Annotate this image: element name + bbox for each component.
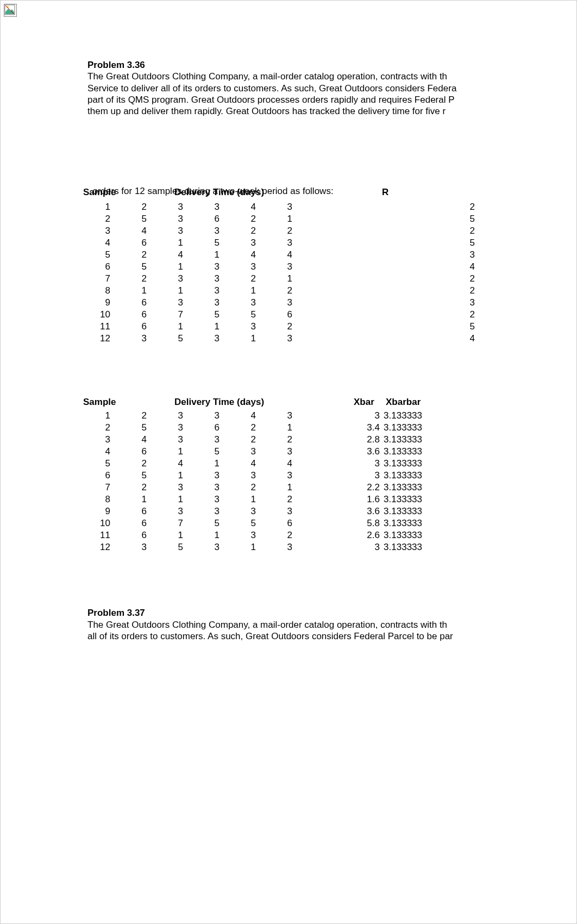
table-cell: 3.133333: [380, 433, 422, 445]
table-cell: 3: [183, 481, 219, 493]
table-cell: 3: [256, 469, 292, 481]
table-cell: [292, 296, 350, 308]
table-cell: 12: [83, 332, 110, 344]
table-cell: 3: [256, 445, 292, 457]
table-cell: [292, 260, 350, 272]
table-cell: [292, 308, 350, 320]
table-cell: 5.8: [350, 517, 380, 529]
table-cell: 6: [83, 469, 110, 481]
table-cell: 3.133333: [380, 505, 422, 517]
table-cell: [350, 296, 361, 308]
table-cell: 3: [256, 332, 292, 344]
table-cell: 3: [219, 260, 256, 272]
table-cell: 3.6: [350, 445, 380, 457]
table-row: 9633333: [83, 296, 475, 308]
table-cell: 6: [110, 236, 147, 248]
table-cell: 3: [256, 505, 292, 517]
table-cell: [292, 433, 350, 445]
table-cell: 1: [147, 284, 183, 296]
table2-header: Sample Delivery Time (days) Xbar Xbarbar: [87, 396, 533, 408]
table-cell: 3.133333: [380, 541, 422, 553]
problem-336-title: Problem 3.36: [87, 59, 533, 71]
table-cell: 3: [110, 332, 147, 344]
table-cell: 8: [83, 284, 110, 296]
table-cell: 2: [219, 421, 256, 433]
table-cell: 3: [183, 541, 219, 553]
table-row: 12334333.133333: [83, 409, 422, 421]
table-cell: 5: [183, 445, 219, 457]
table-cell: 3: [350, 469, 380, 481]
table-cell: [292, 320, 350, 332]
table-cell: 7: [83, 272, 110, 284]
table-cell: 4: [110, 224, 147, 236]
problem-337-block: Problem 3.37 The Great Outdoors Clothing…: [87, 607, 533, 642]
problem-336-line: The Great Outdoors Clothing Company, a m…: [87, 71, 533, 82]
table-row: 6513334: [83, 260, 475, 272]
table-cell: [292, 445, 350, 457]
table-cell: 2: [110, 201, 147, 213]
table-cell: 3: [219, 236, 256, 248]
table-cell: 3: [256, 296, 292, 308]
table-cell: 2: [110, 272, 147, 284]
table-cell: 3: [256, 260, 292, 272]
table-row: 8113122: [83, 284, 475, 296]
table-cell: 2: [219, 213, 256, 224]
table-cell: 1: [83, 409, 110, 421]
table-cell: 5: [83, 457, 110, 469]
table-cell: 6: [110, 529, 147, 541]
table-cell: 8: [83, 493, 110, 505]
table-cell: 1: [183, 457, 219, 469]
table-cell: 3: [183, 332, 219, 344]
table1: 1233432253621534332224615335524144365133…: [83, 201, 533, 344]
table-cell: [350, 320, 361, 332]
table-cell: 1: [183, 248, 219, 260]
table-cell: 2: [110, 457, 147, 469]
table-cell: 2.8: [350, 433, 380, 445]
table-row: 7233212: [83, 272, 475, 284]
table-cell: 4: [83, 236, 110, 248]
table-cell: [350, 201, 361, 213]
table-cell: 1: [147, 469, 183, 481]
table-cell: 3: [183, 409, 219, 421]
table-cell: 1: [256, 272, 292, 284]
table-cell: 2: [110, 248, 147, 260]
table-cell: 3.133333: [380, 493, 422, 505]
table2-header-sample: Sample: [83, 396, 116, 408]
table-cell: 1: [83, 201, 110, 213]
table-cell: 3.6: [350, 505, 380, 517]
table-cell: 3: [219, 296, 256, 308]
table-row: 10675562: [83, 308, 475, 320]
table1-header-sample: Sample: [83, 186, 116, 198]
table-cell: 3: [361, 248, 475, 260]
table-cell: 4: [219, 201, 256, 213]
table-cell: 4: [361, 332, 475, 344]
table-cell: [292, 213, 350, 224]
table-cell: 7: [147, 308, 183, 320]
table-cell: 4: [219, 409, 256, 421]
table-cell: 2: [256, 320, 292, 332]
table-cell: 5: [183, 236, 219, 248]
table-cell: 5: [110, 260, 147, 272]
table-cell: 1: [256, 213, 292, 224]
table-cell: 3.133333: [380, 457, 422, 469]
table-cell: [292, 529, 350, 541]
table-cell: 3: [147, 505, 183, 517]
table-cell: 3: [147, 481, 183, 493]
table-cell: 6: [110, 320, 147, 332]
table-cell: 11: [83, 320, 110, 332]
table-cell: 1: [147, 493, 183, 505]
table-cell: 3: [147, 296, 183, 308]
table-cell: 3: [183, 224, 219, 236]
table-cell: [292, 505, 350, 517]
broken-image-icon: [4, 4, 17, 17]
table-cell: 6: [110, 505, 147, 517]
table-cell: 4: [147, 248, 183, 260]
document-content: Problem 3.36 The Great Outdoors Clothing…: [87, 59, 533, 642]
problem-336-line: part of its QMS program. Great Outdoors …: [87, 94, 533, 105]
table-row: 2536215: [83, 213, 475, 224]
table-cell: 3: [83, 433, 110, 445]
table-cell: 3: [147, 433, 183, 445]
table-cell: [350, 236, 361, 248]
table-cell: 6: [110, 308, 147, 320]
table-cell: [292, 284, 350, 296]
